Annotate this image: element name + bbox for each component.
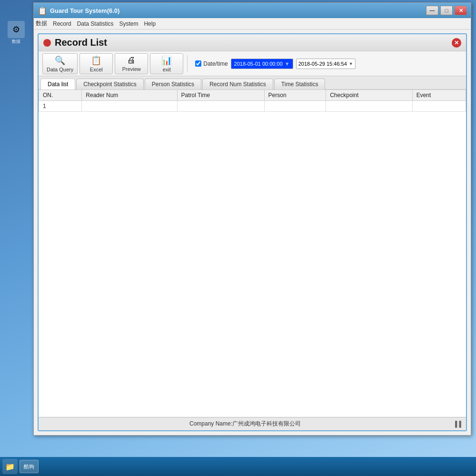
menu-item-help[interactable]: Help bbox=[144, 20, 156, 27]
search-icon: 🔍 bbox=[55, 55, 65, 66]
col-patrol-time: Patrol Time bbox=[177, 90, 264, 101]
col-reader-num: Reader Num bbox=[82, 90, 177, 101]
table-cell-0: 1 bbox=[39, 101, 82, 112]
taskbar-item-label: 酷狗 bbox=[24, 463, 34, 470]
exit-button[interactable]: 📊 exit bbox=[150, 53, 183, 74]
maximize-button[interactable]: □ bbox=[440, 6, 453, 15]
col-checkpoint: Checkpoint bbox=[326, 90, 412, 101]
preview-icon: 🖨 bbox=[127, 55, 136, 65]
sidebar-item-label: 数据 bbox=[12, 39, 20, 45]
tab-checkpoint-statistics[interactable]: Checkpoint Statistics bbox=[76, 79, 143, 89]
window-controls: — □ ✕ bbox=[426, 6, 467, 15]
record-title: Record List bbox=[55, 37, 107, 48]
col-on: ON. bbox=[39, 90, 82, 101]
taskbar-app-item[interactable]: 酷狗 bbox=[20, 460, 39, 473]
minimize-button[interactable]: — bbox=[426, 6, 438, 15]
menu-item-record[interactable]: Record bbox=[53, 20, 71, 27]
start-dropdown-arrow[interactable]: ▼ bbox=[285, 61, 290, 67]
menu-item-statistics[interactable]: Data Statistics bbox=[77, 20, 114, 27]
company-name: Company Name:广州成鸿电子科技有限公司 bbox=[43, 420, 447, 428]
col-person: Person bbox=[264, 90, 326, 101]
excel-icon: 📋 bbox=[91, 55, 101, 66]
taskbar: 📁 酷狗 bbox=[0, 457, 476, 476]
app-icon: 📋 bbox=[38, 6, 47, 15]
taskbar-start-icon[interactable]: 📁 bbox=[2, 459, 18, 474]
record-title-bar: Record List ✕ bbox=[39, 34, 466, 51]
data-table: ON. Reader Num Patrol Time Person Checkp… bbox=[39, 89, 466, 112]
datetime-section: Date/time 2018-05-01 00:00:00 ▼ 2018-05-… bbox=[195, 59, 355, 69]
datetime-label: Date/time bbox=[203, 60, 228, 67]
col-event: Event bbox=[412, 90, 466, 101]
end-dropdown-arrow[interactable]: ▼ bbox=[349, 61, 353, 66]
datetime-start-input[interactable]: 2018-05-01 00:00:00 ▼ bbox=[231, 59, 293, 69]
record-icon bbox=[43, 39, 51, 47]
title-bar: 📋 Guard Tour System(6.0) — □ ✕ bbox=[34, 3, 471, 18]
exit-icon: 📊 bbox=[161, 55, 172, 66]
excel-button[interactable]: 📋 Excel bbox=[79, 53, 113, 74]
preview-label: Preview bbox=[122, 66, 141, 72]
table-cell-5 bbox=[412, 101, 466, 112]
sidebar-gear-item[interactable]: ⚙ 数据 bbox=[8, 21, 25, 45]
datetime-checkbox[interactable] bbox=[195, 60, 201, 67]
data-table-wrapper: ON. Reader Num Patrol Time Person Checkp… bbox=[39, 89, 466, 417]
data-query-label: Data Query bbox=[47, 67, 73, 72]
tab-data-list[interactable]: Data list bbox=[40, 79, 75, 89]
toolbar: 🔍 Data Query 📋 Excel 🖨 Preview 📊 exit Da… bbox=[39, 51, 466, 76]
app-title: Guard Tour System(6.0) bbox=[50, 7, 426, 14]
table-cell-4 bbox=[326, 101, 412, 112]
menu-item-data[interactable]: 数据 bbox=[36, 20, 47, 28]
menu-item-system[interactable]: System bbox=[119, 20, 138, 27]
toolbar-separator bbox=[187, 55, 188, 72]
table-cell-1 bbox=[82, 101, 177, 112]
gear-icon: ⚙ bbox=[8, 21, 25, 38]
tabs-bar: Data list Checkpoint Statistics Person S… bbox=[39, 76, 466, 89]
status-indicator: ▐▐ bbox=[447, 421, 461, 427]
record-list-window: Record List ✕ 🔍 Data Query 📋 Excel 🖨 Pre… bbox=[38, 33, 467, 431]
sidebar: ⚙ 数据 bbox=[0, 19, 32, 457]
record-close-button[interactable]: ✕ bbox=[452, 38, 461, 48]
menu-bar: 数据 Record Data Statistics System Help bbox=[34, 18, 471, 30]
close-button[interactable]: ✕ bbox=[455, 6, 467, 15]
table-cell-3 bbox=[264, 101, 326, 112]
main-window: 📋 Guard Tour System(6.0) — □ ✕ 数据 Record… bbox=[33, 2, 471, 436]
tab-time-statistics[interactable]: Time Statistics bbox=[274, 79, 326, 89]
excel-label: Excel bbox=[90, 67, 103, 72]
table-row[interactable]: 1 bbox=[39, 101, 466, 112]
tab-person-statistics[interactable]: Person Statistics bbox=[145, 79, 201, 89]
table-cell-2 bbox=[177, 101, 264, 112]
tab-record-num-statistics[interactable]: Record Num Statistics bbox=[202, 79, 273, 89]
datetime-end-input[interactable]: 2018-05-29 15:46:54 ▼ bbox=[296, 59, 356, 69]
datetime-checkbox-group: Date/time bbox=[195, 60, 228, 67]
exit-label: exit bbox=[163, 67, 171, 72]
preview-button[interactable]: 🖨 Preview bbox=[115, 53, 148, 74]
data-query-button[interactable]: 🔍 Data Query bbox=[42, 53, 78, 74]
status-bar: Company Name:广州成鸿电子科技有限公司 ▐▐ bbox=[39, 417, 466, 430]
